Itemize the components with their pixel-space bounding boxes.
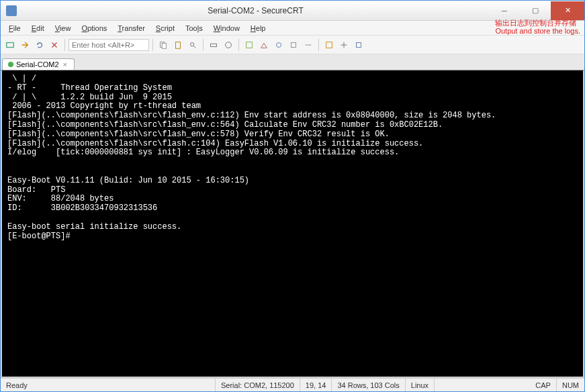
svg-rect-11 [357, 42, 361, 47]
menu-tools[interactable]: Tools [180, 23, 208, 34]
svg-rect-10 [326, 42, 332, 48]
separator [238, 39, 239, 51]
statusbar: Ready Serial: COM2, 115200 19, 14 34 Row… [1, 378, 584, 391]
minimize-button[interactable]: ─ [489, 1, 520, 20]
tab-label: Serial-COM2 [16, 60, 59, 68]
annotation-overlay: 输出日志到控制台并存储 Output and store the logs. [495, 19, 580, 35]
terminal-output[interactable]: \ | / - RT - Thread Operating System / |… [1, 70, 584, 378]
tool1-icon[interactable] [242, 38, 256, 52]
window-controls: ─ ▢ ✕ [489, 1, 584, 20]
status-ready: Ready [1, 379, 216, 391]
menubar: File Edit View Options Transfer Script T… [1, 21, 584, 36]
status-dot-icon [8, 62, 13, 67]
status-size: 34 Rows, 103 Cols [332, 379, 405, 391]
paste-icon[interactable] [171, 38, 185, 52]
status-serial: Serial: COM2, 115200 [216, 379, 300, 391]
separator [152, 39, 153, 51]
close-button[interactable]: ✕ [551, 1, 584, 20]
host-input[interactable] [69, 39, 149, 51]
tabbar: Serial-COM2 × [1, 54, 584, 70]
tool3-icon[interactable] [272, 38, 285, 52]
maximize-button[interactable]: ▢ [520, 1, 551, 20]
status-cap: CAP [530, 379, 557, 391]
status-num: NUM [557, 379, 584, 391]
tool2-icon[interactable] [257, 38, 271, 52]
svg-rect-5 [211, 44, 217, 46]
copy-icon[interactable] [156, 38, 170, 52]
menu-file[interactable]: File [3, 23, 26, 34]
svg-point-8 [277, 42, 281, 47]
status-spacer [435, 379, 530, 391]
svg-rect-7 [246, 42, 253, 48]
connect-icon[interactable] [3, 38, 17, 52]
svg-rect-9 [291, 42, 296, 47]
titlebar: Serial-COM2 - SecureCRT ─ ▢ ✕ [1, 1, 584, 21]
separator [203, 39, 204, 51]
menu-view[interactable]: View [50, 23, 77, 34]
menu-window[interactable]: Window [208, 23, 245, 34]
separator [64, 39, 65, 51]
tool8-icon[interactable] [352, 38, 365, 52]
tab-close-icon[interactable]: × [62, 60, 69, 68]
svg-rect-0 [7, 42, 14, 47]
app-icon [6, 5, 17, 16]
tool5-icon[interactable] [302, 38, 315, 52]
tool6-icon[interactable] [322, 38, 336, 52]
menu-script[interactable]: Script [150, 23, 180, 34]
annotation-zh: 输出日志到控制台并存储 [495, 19, 580, 28]
svg-point-6 [226, 42, 232, 48]
svg-rect-3 [176, 42, 181, 48]
print-icon[interactable] [207, 38, 220, 52]
menu-edit[interactable]: Edit [26, 23, 50, 34]
tool4-icon[interactable] [287, 38, 300, 52]
separator [318, 39, 319, 51]
svg-rect-2 [162, 43, 166, 48]
reconnect-icon[interactable] [33, 38, 46, 52]
toolbar [1, 36, 584, 54]
tool7-icon[interactable] [337, 38, 351, 52]
options-icon[interactable] [222, 38, 235, 52]
status-cursor-pos: 19, 14 [300, 379, 332, 391]
annotation-en: Output and store the logs. [495, 28, 580, 36]
tab-serial-com2[interactable]: Serial-COM2 × [2, 58, 75, 70]
quick-connect-icon[interactable] [18, 38, 32, 52]
menu-help[interactable]: Help [245, 23, 271, 34]
status-os: Linux [406, 379, 435, 391]
disconnect-icon[interactable] [48, 38, 61, 52]
find-icon[interactable] [186, 38, 199, 52]
svg-point-4 [191, 42, 194, 46]
menu-transfer[interactable]: Transfer [112, 23, 150, 34]
menu-options[interactable]: Options [76, 23, 112, 34]
window-title: Serial-COM2 - SecureCRT [22, 6, 489, 15]
